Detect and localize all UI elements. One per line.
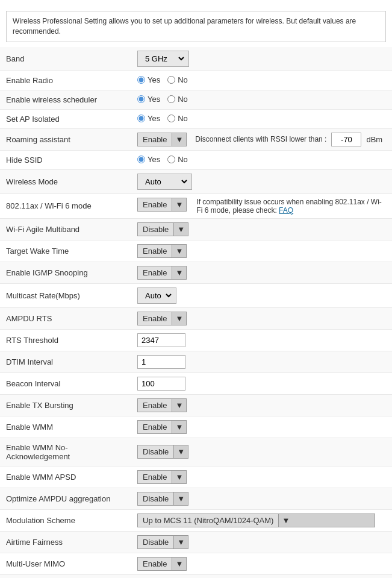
roaming-rssi-label: Disconnect clients with RSSI lower than …: [195, 135, 326, 143]
radio-no-enable-radio[interactable]: [167, 76, 175, 84]
table-row: Multi-User MIMOEnable▼: [0, 553, 392, 574]
enable-dropdown-ampdu-rts: Enable▼: [137, 312, 187, 325]
row-label-dtim-interval: DTIM Interval: [0, 351, 132, 372]
enable-dropdown-arrow-ampdu-rts[interactable]: ▼: [172, 312, 186, 325]
row-control-enable-igmp-snooping: Enable▼: [132, 262, 392, 283]
enable-dropdown-value-enable-wmm-apsd: Enable: [138, 471, 172, 483]
roaming-dropdown: Enable▼: [137, 133, 187, 146]
row-control-dtim-interval: [132, 351, 392, 372]
table-row: Enable WMM No-AcknowledgementDisable▼: [0, 438, 392, 466]
text-input-rts-threshold[interactable]: [137, 333, 185, 347]
enable-dropdown-80211ax-wifi6: Enable▼: [137, 198, 187, 212]
row-control-multi-user-mimo: Enable▼: [132, 553, 392, 574]
radio-no-hide-ssid[interactable]: [167, 155, 175, 163]
row-label-80211ax-wifi6: 802.11ax / Wi-Fi 6 mode: [0, 193, 132, 218]
row-control-ofdma-mu-mimo: DL/UL OFDMA + MU-MIMO▼: [132, 574, 392, 578]
text-input-beacon-interval[interactable]: [137, 377, 185, 391]
enable-dropdown-arrow-wifi-agile-multiband[interactable]: ▼: [173, 223, 188, 236]
row-label-multi-user-mimo: Multi-User MIMO: [0, 553, 132, 574]
row-control-enable-tx-bursting: Enable▼: [132, 394, 392, 416]
row-label-multicast-rate: Multicast Rate(Mbps): [0, 283, 132, 307]
dropdown-wireless-mode[interactable]: Auto11b Only11g Only11n Only: [140, 175, 189, 188]
radio-no-label-enable-radio[interactable]: No: [167, 75, 188, 84]
enable-dropdown-value-enable-wmm-no-ack: Disable: [138, 445, 173, 458]
roaming-dropdown-value: Enable: [138, 133, 172, 146]
enable-with-note-80211ax-wifi6: Enable▼If compatibility issue occurs whe…: [137, 198, 387, 215]
radio-no-label-set-ap-isolated[interactable]: No: [167, 114, 188, 123]
enable-dropdown-arrow-target-wake-time[interactable]: ▼: [172, 245, 186, 257]
row-control-enable-wmm-apsd: Enable▼: [132, 466, 392, 488]
enable-dropdown-arrow-optimize-ampdu[interactable]: ▼: [173, 492, 188, 505]
dropdown-multicast-rate[interactable]: Auto125.51169121824364854: [140, 289, 173, 302]
radio-yes-enable-wireless-scheduler[interactable]: [137, 95, 145, 103]
settings-table: Band2.4 GHz5 GHz6 GHzEnable RadioYesNoEn…: [0, 47, 392, 578]
row-control-enable-wmm: Enable▼: [132, 416, 392, 438]
dropdown-wrapper-wireless-mode: Auto11b Only11g Only11n Only: [137, 174, 192, 190]
dropdown-band[interactable]: 2.4 GHz5 GHz6 GHz: [140, 52, 186, 65]
table-row: Airtime FairnessDisable▼: [0, 531, 392, 553]
radio-no-enable-wireless-scheduler[interactable]: [167, 95, 175, 103]
radio-yes-label-hide-ssid[interactable]: Yes: [137, 155, 160, 164]
roaming-rssi-input[interactable]: [331, 133, 361, 146]
table-row: Roaming assistantEnable▼Disconnect clien…: [0, 128, 392, 150]
enable-dropdown-arrow-80211ax-wifi6[interactable]: ▼: [172, 198, 186, 211]
enable-dropdown-target-wake-time: Enable▼: [137, 244, 187, 258]
radio-group-set-ap-isolated: YesNo: [137, 114, 188, 123]
row-label-set-ap-isolated: Set AP Isolated: [0, 109, 132, 128]
wide-dropdown-arrow-modulation-scheme[interactable]: ▼: [278, 514, 375, 527]
row-control-multicast-rate: Auto125.51169121824364854: [132, 283, 392, 307]
text-input-dtim-interval[interactable]: [137, 355, 185, 369]
row-control-airtime-fairness: Disable▼: [132, 531, 392, 553]
table-row: DTIM Interval: [0, 351, 392, 372]
enable-dropdown-enable-wmm-no-ack: Disable▼: [137, 445, 188, 459]
radio-yes-label-enable-wireless-scheduler[interactable]: Yes: [137, 95, 160, 104]
row-control-rts-threshold: [132, 329, 392, 351]
enable-dropdown-arrow-enable-wmm[interactable]: ▼: [172, 421, 186, 433]
enable-dropdown-enable-tx-bursting: Enable▼: [137, 398, 187, 412]
row-label-enable-wmm-no-ack: Enable WMM No-Acknowledgement: [0, 438, 132, 466]
info-text: Wireless Professional Setting allows you…: [13, 17, 356, 36]
row-control-enable-radio: YesNo: [132, 71, 392, 90]
roaming-dropdown-arrow[interactable]: ▼: [172, 133, 186, 146]
row-control-target-wake-time: Enable▼: [132, 240, 392, 262]
enable-dropdown-value-ampdu-rts: Enable: [138, 312, 172, 325]
radio-yes-enable-radio[interactable]: [137, 76, 145, 84]
row-control-roaming-assistant: Enable▼Disconnect clients with RSSI lowe…: [132, 128, 392, 150]
table-row: AMPDU RTSEnable▼: [0, 307, 392, 329]
enable-dropdown-value-enable-tx-bursting: Enable: [138, 399, 172, 412]
radio-no-label-enable-wireless-scheduler[interactable]: No: [167, 95, 188, 104]
radio-group-enable-wireless-scheduler: YesNo: [137, 95, 188, 104]
enable-dropdown-arrow-enable-wmm-apsd[interactable]: ▼: [172, 471, 186, 483]
row-label-rts-threshold: RTS Threshold: [0, 329, 132, 351]
radio-yes-hide-ssid[interactable]: [137, 155, 145, 163]
row-label-enable-wmm-apsd: Enable WMM APSD: [0, 466, 132, 488]
radio-group-hide-ssid: YesNo: [137, 155, 188, 164]
enable-dropdown-airtime-fairness: Disable▼: [137, 535, 188, 549]
row-control-optimize-ampdu: Disable▼: [132, 488, 392, 509]
row-label-ampdu-rts: AMPDU RTS: [0, 307, 132, 329]
table-row: Band2.4 GHz5 GHz6 GHz: [0, 47, 392, 71]
faq-link[interactable]: FAQ: [279, 206, 293, 215]
radio-yes-label-set-ap-isolated[interactable]: Yes: [137, 114, 160, 123]
enable-dropdown-enable-wmm-apsd: Enable▼: [137, 470, 187, 484]
row-control-80211ax-wifi6: Enable▼If compatibility issue occurs whe…: [132, 193, 392, 218]
enable-dropdown-arrow-airtime-fairness[interactable]: ▼: [173, 536, 188, 548]
table-row: Enable WMM APSDEnable▼: [0, 466, 392, 488]
enable-dropdown-arrow-multi-user-mimo[interactable]: ▼: [172, 558, 186, 570]
enable-dropdown-arrow-enable-wmm-no-ack[interactable]: ▼: [173, 445, 188, 458]
radio-yes-set-ap-isolated[interactable]: [137, 115, 145, 122]
radio-no-label-hide-ssid[interactable]: No: [167, 155, 188, 164]
row-control-band: 2.4 GHz5 GHz6 GHz: [132, 47, 392, 71]
enable-dropdown-value-target-wake-time: Enable: [138, 245, 172, 257]
radio-no-set-ap-isolated[interactable]: [167, 115, 175, 122]
enable-dropdown-arrow-enable-tx-bursting[interactable]: ▼: [172, 399, 186, 412]
row-label-wifi-agile-multiband: Wi-Fi Agile Multiband: [0, 218, 132, 240]
row-label-band: Band: [0, 47, 132, 71]
table-row: Multicast Rate(Mbps)Auto125.511691218243…: [0, 283, 392, 307]
row-label-enable-igmp-snooping: Enable IGMP Snooping: [0, 262, 132, 283]
page-container: Wireless Professional Setting allows you…: [0, 0, 392, 578]
table-row: Beacon Interval: [0, 372, 392, 394]
table-row: Enable RadioYesNo: [0, 71, 392, 90]
radio-yes-label-enable-radio[interactable]: Yes: [137, 75, 160, 84]
enable-dropdown-arrow-enable-igmp-snooping[interactable]: ▼: [172, 266, 186, 279]
